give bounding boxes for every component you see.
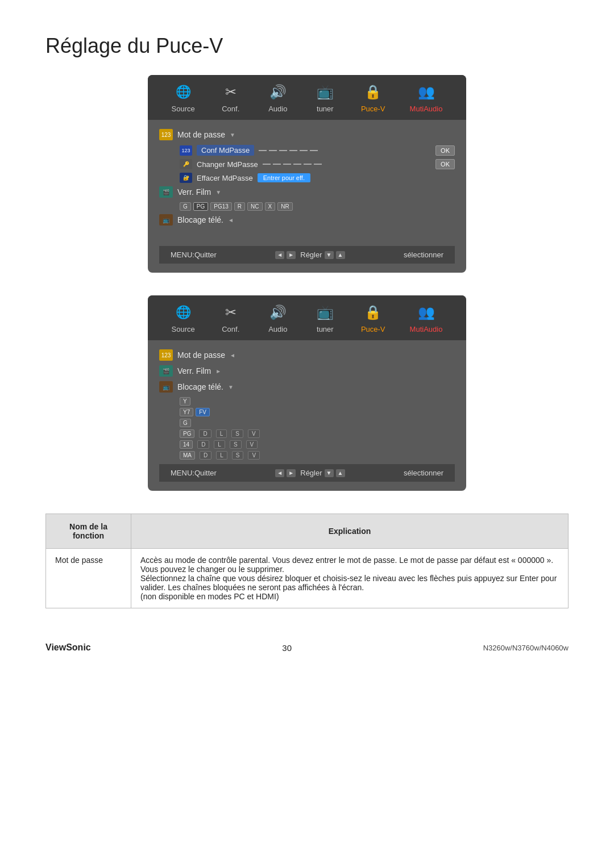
nav-audio-2[interactable]: 🔊 Audio [267,302,289,333]
page-title: Réglage du Puce-V [45,34,569,58]
changer-dash-field [263,164,431,165]
verr-film-label: Verr. Film [177,187,211,197]
panel1-footer: MENU:Quitter ◄ ► Régler ▼ ▲ sélectionner [159,246,455,264]
down-arrow-2: ▼ [325,469,334,477]
panel2-footer: MENU:Quitter ◄ ► Régler ▼ ▲ sélectionner [159,464,455,482]
rating-PG13: PG13 [210,202,232,211]
effacer-mdpasse-label: Effacer MdPasse [197,174,253,182]
scissors-icon-2: ✂ [219,302,242,323]
nav-source-2[interactable]: 🌐 Source [172,302,195,333]
nav-pucev-1[interactable]: 🔒 Puce-V [361,82,385,113]
rating-NR: NR [277,202,292,211]
panel1-content: 123 Mot de passe ▼ 123 Conf MdPasse OK 🔑… [148,120,466,273]
effacer-mdpasse-row: 🔐 Effacer MdPasse Entrer pour eff. [180,173,455,183]
info-table: Nom de la fonction Explication Mot de pa… [45,514,569,608]
rating-X: X [265,202,276,211]
nav-multi-1[interactable]: 👥 MutiAudio [410,82,443,113]
conf-icon: 123 [180,145,192,156]
globe-icon: 🌐 [172,82,194,102]
level-D-PG[interactable]: D [199,429,211,438]
channel-PG-tag: PG [180,429,194,438]
password-icon: 123 [159,129,173,140]
nav-bar-2: 🌐 Source ✂ Conf. 🔊 Audio 📺 tuner 🔒 Puce-… [148,295,466,340]
level-D-14[interactable]: D [197,440,209,449]
level-L-14[interactable]: L [214,440,225,449]
table-row: Mot de passe Accès au mode de contrôle p… [46,549,569,608]
explication-cell: Accès au mode de contrôle parental. Vous… [131,549,569,608]
nav-conf-1[interactable]: ✂ Conf. [219,82,242,113]
nav-source-label-1: Source [172,105,195,113]
fonction-cell: Mot de passe [46,549,131,608]
scissors-icon: ✂ [219,82,242,102]
level-S-PG[interactable]: S [231,429,243,438]
nav-source-label-2: Source [172,325,195,333]
nav-audio-label-2: Audio [268,325,287,333]
verr-film-label-2: Verr. Film [177,366,211,375]
mot-de-passe-label: Mot de passe [177,130,225,139]
enter-pour-eff-btn[interactable]: Entrer pour eff. [258,173,310,182]
menu-quit-label-1: MENU:Quitter [171,251,217,259]
menu-quit-1: MENU:Quitter [171,251,217,259]
changer-icon: 🔑 [180,159,192,169]
nav-audio-1[interactable]: 🔊 Audio [267,82,289,113]
nav-pucev-label-1: Puce-V [361,105,385,113]
conf-mdpasse-row: 123 Conf MdPasse OK [180,145,455,156]
changer-mdpasse-row: 🔑 Changer MdPasse OK [180,159,455,169]
level-S-14[interactable]: S [230,440,242,449]
changer-mdpasse-label: Changer MdPasse [197,160,258,169]
regler-label-1: Régler [300,251,322,259]
right-arrow-1: ► [287,251,296,259]
blocage-icon: 📺 [159,214,173,226]
nav-multi-label-1: MutiAudio [410,105,443,113]
menu-panel-2: 🌐 Source ✂ Conf. 🔊 Audio 📺 tuner 🔒 Puce-… [148,295,466,491]
nav-tuner-1[interactable]: 📺 tuner [314,82,337,113]
level-V-MA[interactable]: V [248,451,260,460]
nav-tuner-label-2: tuner [317,325,334,333]
nav-pucev-label-2: Puce-V [361,325,385,333]
level-S-MA[interactable]: S [232,451,244,460]
menu-panel-1: 🌐 Source ✂ Conf. 🔊 Audio 📺 tuner 🔒 Puce-… [148,75,466,273]
nav-conf-label-2: Conf. [222,325,239,333]
nav-source-1[interactable]: 🌐 Source [172,82,195,113]
level-D-MA[interactable]: D [200,451,211,460]
left-arrow-2: ◄ [275,469,284,477]
regler-label-2: Régler [300,469,322,477]
channel-Y7-row: Y7 FV [180,408,455,416]
level-L-PG[interactable]: L [216,429,227,438]
blocage-cursor-2: ▼ [228,384,234,390]
menu-quit-label-2: MENU:Quitter [171,469,217,477]
nav-multi-2[interactable]: 👥 MutiAudio [410,302,443,333]
changer-ok-btn[interactable]: OK [435,159,455,169]
level-V-PG[interactable]: V [248,429,260,438]
blocage-tele-label: Blocage télé. [177,215,223,224]
level-L-MA[interactable]: L [216,451,227,460]
channel-G-tag: G [180,419,191,427]
page-footer: ViewSonic 30 N3260w/N3760w/N4060w [45,642,569,653]
monitor-icon: 📺 [314,82,337,102]
channel-14-row: 14 D L S V [180,440,455,449]
mot-de-passe-label-2: Mot de passe [177,350,225,360]
page-number-label: 30 [282,643,292,653]
right-arrow-2: ► [287,469,296,477]
speaker-icon-2: 🔊 [267,302,289,323]
channel-FV-tag: FV [196,408,210,416]
cursor-indicator: ▼ [230,132,235,138]
rating-row: G PG PG13 R NC X NR [180,202,455,211]
nav-conf-label-1: Conf. [222,105,239,113]
nav-tuner-2[interactable]: 📺 tuner [314,302,337,333]
rating-R: R [234,202,245,211]
blocage-tele-row-2: 📺 Blocage télé. ▼ [159,381,455,393]
nav-conf-2[interactable]: ✂ Conf. [219,302,242,333]
conf-ok-btn[interactable]: OK [435,145,455,156]
down-arrow-1: ▼ [325,251,334,259]
lock-icon-1: 🔒 [362,82,384,102]
up-arrow-2: ▲ [336,469,345,477]
regler-1: ◄ ► Régler ▼ ▲ [275,251,345,259]
verr-film-icon-2: 🎬 [159,365,173,377]
multi-icon-2: 👥 [415,302,438,323]
regler-2: ◄ ► Régler ▼ ▲ [275,469,345,477]
speaker-icon: 🔊 [267,82,289,102]
nav-pucev-2[interactable]: 🔒 Puce-V [361,302,385,333]
up-arrow-1: ▲ [336,251,345,259]
level-V-14[interactable]: V [246,440,258,449]
